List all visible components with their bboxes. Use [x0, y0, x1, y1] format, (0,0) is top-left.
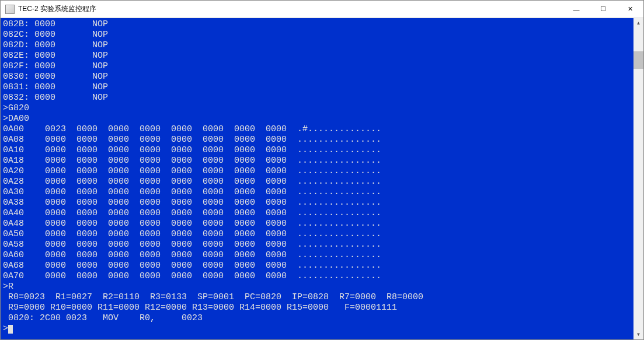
- app-icon: [5, 5, 15, 14]
- minimize-button[interactable]: —: [563, 1, 590, 17]
- vertical-scrollbar[interactable]: ▲ ▼: [633, 18, 643, 339]
- close-button[interactable]: ✕: [617, 1, 643, 17]
- terminal-container: 082B: 0000 NOP 082C: 0000 NOP 082D: 0000…: [1, 18, 643, 339]
- window-controls: — ☐ ✕: [563, 1, 643, 17]
- window-title: TEC-2 实验系统监控程序: [18, 4, 563, 14]
- maximize-button[interactable]: ☐: [590, 1, 617, 17]
- terminal-output[interactable]: 082B: 0000 NOP 082C: 0000 NOP 082D: 0000…: [1, 18, 633, 339]
- scroll-up-arrow[interactable]: ▲: [633, 18, 643, 28]
- scrollbar-thumb[interactable]: [633, 51, 643, 69]
- terminal-cursor: [8, 325, 13, 334]
- scrollbar-track[interactable]: [633, 28, 643, 330]
- titlebar[interactable]: TEC-2 实验系统监控程序 — ☐ ✕: [1, 1, 643, 18]
- scroll-down-arrow[interactable]: ▼: [633, 330, 643, 339]
- application-window: TEC-2 实验系统监控程序 — ☐ ✕ 082B: 0000 NOP 082C…: [0, 0, 644, 340]
